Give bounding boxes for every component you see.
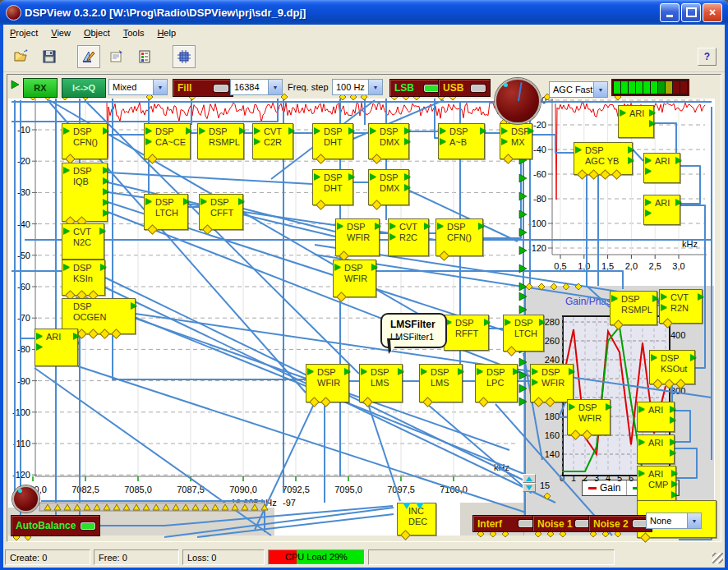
design-editor-button[interactable] <box>77 45 100 68</box>
input-port-icon[interactable] <box>254 127 260 134</box>
dsp-block-ltch[interactable]: DSPLTCH <box>144 194 188 230</box>
resize-grip[interactable] <box>712 553 723 563</box>
output-port-icon[interactable] <box>404 173 411 180</box>
freq-step-combo[interactable]: 100 Hz▼ <box>332 79 383 95</box>
dsp-block-ca~ce[interactable]: DSPCA~CE <box>144 123 191 159</box>
input-port-icon[interactable] <box>254 138 260 145</box>
output-port-icon[interactable] <box>670 439 676 445</box>
input-port-icon[interactable] <box>437 223 444 229</box>
dsp-block-cfn[interactable]: DSPCFN() <box>62 123 108 159</box>
output-port-icon[interactable] <box>103 199 109 205</box>
input-port-icon[interactable] <box>440 138 446 145</box>
dsp-block-wfir[interactable]: DSPWFIR <box>306 364 349 402</box>
dsp-block-wfir[interactable]: DSPWFIR <box>333 260 376 297</box>
dsp-block-ari[interactable]: ARI <box>637 402 675 432</box>
spin-up-button[interactable] <box>523 474 536 483</box>
output-port-icon[interactable] <box>458 368 464 375</box>
display-mode-combo[interactable]: Mixed▼ <box>108 79 168 95</box>
top-port-icon[interactable] <box>403 503 411 509</box>
close-button[interactable]: ✕ <box>703 3 722 22</box>
output-port-icon[interactable] <box>131 302 137 309</box>
interf-button[interactable]: Interf <box>472 515 538 532</box>
output-port-icon[interactable] <box>186 127 192 134</box>
output-port-icon[interactable] <box>675 199 682 205</box>
input-port-icon[interactable] <box>63 127 70 134</box>
output-port-icon[interactable] <box>288 127 295 134</box>
input-port-icon[interactable] <box>661 304 667 310</box>
output-port-icon[interactable] <box>375 223 381 229</box>
input-port-icon[interactable] <box>337 223 343 229</box>
none-combo[interactable]: None▼ <box>646 513 702 529</box>
output-port-icon[interactable] <box>424 223 431 229</box>
output-port-icon[interactable] <box>670 449 676 456</box>
output-port-icon[interactable] <box>348 127 355 134</box>
noise1-button[interactable]: Noise 1 <box>532 515 595 532</box>
output-port-icon[interactable] <box>569 368 575 375</box>
dsp-block-n2c[interactable]: CVTN2C <box>62 223 104 260</box>
output-port-icon[interactable] <box>238 198 245 205</box>
input-port-icon[interactable] <box>651 354 657 361</box>
output-port-icon[interactable] <box>480 127 486 134</box>
output-port-icon[interactable] <box>652 295 659 301</box>
dsp-block-agcyb[interactable]: DSPAGC YB <box>574 142 633 175</box>
rx-button[interactable]: RX <box>23 78 58 98</box>
dsp-block-dht[interactable]: DSPDHT <box>312 169 353 205</box>
properties-button[interactable] <box>105 45 128 68</box>
output-port-icon[interactable] <box>675 157 682 163</box>
fill-button[interactable]: Fill <box>173 79 233 97</box>
output-port-icon[interactable] <box>103 188 109 195</box>
top-port-icon[interactable] <box>416 503 424 509</box>
output-port-icon[interactable] <box>649 120 656 126</box>
save-project-button[interactable] <box>38 45 61 68</box>
block-editor-button[interactable] <box>173 45 196 68</box>
input-port-icon[interactable] <box>477 368 483 375</box>
output-port-icon[interactable] <box>100 264 107 270</box>
input-port-icon[interactable] <box>440 127 446 134</box>
input-port-icon[interactable] <box>145 198 152 205</box>
output-port-icon[interactable] <box>628 146 634 153</box>
dsp-block-cfn[interactable]: DSPCFN() <box>435 218 483 256</box>
dsp-block-ari[interactable]: ARI <box>643 195 680 225</box>
input-port-icon[interactable] <box>370 173 376 180</box>
input-port-icon[interactable] <box>314 173 320 180</box>
output-port-icon[interactable] <box>239 127 246 134</box>
input-port-icon[interactable] <box>505 319 511 325</box>
dsp-block-ari[interactable]: ARI <box>618 105 654 138</box>
input-port-icon[interactable] <box>661 293 667 300</box>
chevron-down-icon[interactable]: ▼ <box>268 80 282 94</box>
input-port-icon[interactable] <box>620 109 626 116</box>
input-port-icon[interactable] <box>334 264 341 270</box>
input-port-icon[interactable] <box>501 127 508 134</box>
menu-view[interactable]: View <box>44 26 77 39</box>
output-port-icon[interactable] <box>348 173 355 180</box>
output-port-icon[interactable] <box>103 209 109 216</box>
help-button[interactable]: ? <box>698 48 716 66</box>
output-port-icon[interactable] <box>103 167 109 173</box>
chevron-down-icon[interactable]: ▼ <box>153 80 167 94</box>
input-port-icon[interactable] <box>638 439 645 445</box>
input-port-icon[interactable] <box>145 127 152 134</box>
lsb-button[interactable]: LSB <box>389 79 444 97</box>
dsp-block-r2n[interactable]: CVTR2N <box>659 289 703 324</box>
input-port-icon[interactable] <box>638 406 645 412</box>
object-list-button[interactable] <box>133 45 156 68</box>
menu-object[interactable]: Object <box>77 26 117 39</box>
output-port-icon[interactable] <box>404 184 411 191</box>
chevron-down-icon[interactable]: ▼ <box>593 82 607 97</box>
input-port-icon[interactable] <box>575 146 582 153</box>
fft-size-combo2[interactable]: 16384▼ <box>230 79 283 95</box>
input-port-icon[interactable] <box>611 295 618 301</box>
output-port-icon[interactable] <box>671 491 678 498</box>
input-port-icon[interactable] <box>199 127 205 134</box>
input-port-icon[interactable] <box>645 168 652 174</box>
dsp-block-c2r[interactable]: CVTC2R <box>252 123 293 159</box>
title-bar[interactable]: DSPView 0.3.2.0 [W:\Prog\Radio\DSPView\p… <box>0 0 728 25</box>
input-port-icon[interactable] <box>645 199 652 205</box>
output-port-icon[interactable] <box>371 264 378 270</box>
dsp-block-dec[interactable]: INCDEC <box>397 503 436 536</box>
dsp-block-rfft[interactable]: DSPRFFT <box>444 315 489 351</box>
output-port-icon[interactable] <box>671 470 678 476</box>
dsp-block-rsmpl[interactable]: DSPRSMPL <box>197 123 244 159</box>
dsp-block-iqb[interactable]: DSPIQB <box>62 163 108 222</box>
dsp-block-dmx[interactable]: DSPDMX <box>368 169 409 205</box>
